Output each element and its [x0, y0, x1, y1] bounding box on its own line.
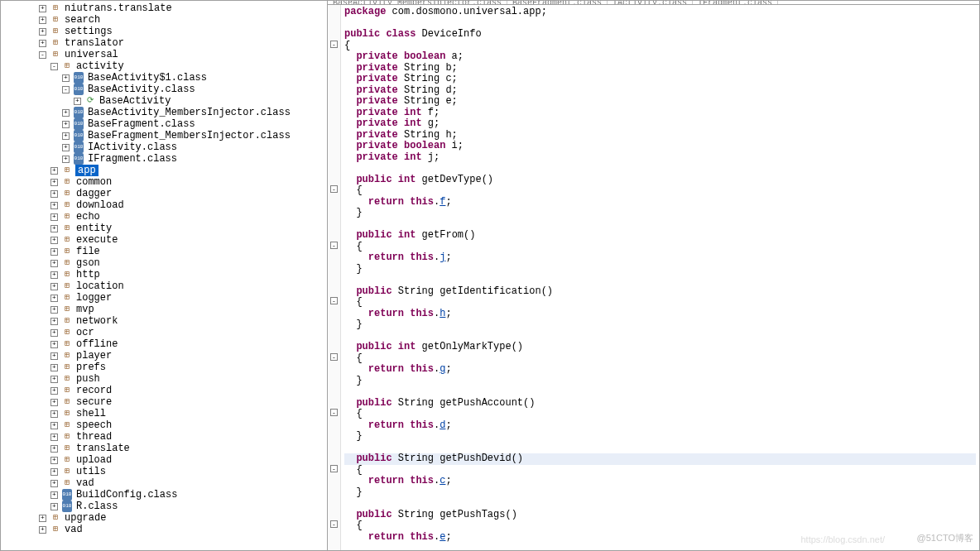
tree-expander-icon[interactable]: +: [50, 387, 58, 395]
tree-item-thread[interactable]: +thread: [1, 431, 327, 443]
tree-item-gson[interactable]: +gson: [1, 257, 327, 269]
tree-expander-icon[interactable]: +: [50, 318, 58, 325]
tree-expander-icon[interactable]: +: [50, 190, 58, 198]
tree-item-ocr[interactable]: +ocr: [1, 327, 327, 338]
tree-item-prefs[interactable]: +prefs: [1, 362, 327, 373]
tree-expander-icon[interactable]: +: [50, 167, 58, 175]
fold-gutter[interactable]: --------: [328, 5, 341, 550]
tree-item-offline[interactable]: +offline: [1, 338, 327, 350]
editor-body[interactable]: -------- package com.dosmono.universal.a…: [328, 5, 979, 550]
tree-item-basefragment-membersinjector-class[interactable]: +BaseFragment_MembersInjector.class: [1, 130, 327, 141]
tree-item-location[interactable]: +location: [1, 280, 327, 292]
tree-item-upload[interactable]: +upload: [1, 454, 327, 466]
editor-tab[interactable]: BaseActivity_MembersInjector.class: [328, 1, 507, 4]
tree-item-app[interactable]: +app: [1, 165, 327, 176]
tree-expander-icon[interactable]: +: [39, 5, 46, 12]
tree-item-network[interactable]: +network: [1, 315, 327, 327]
tree-expander-icon[interactable]: -: [39, 51, 46, 59]
tree-item-vad[interactable]: +vad: [1, 477, 327, 489]
tree-item-upgrade[interactable]: +upgrade: [1, 512, 327, 524]
tree-item-settings[interactable]: +settings: [1, 26, 327, 37]
tree-item-translate[interactable]: +translate: [1, 443, 327, 454]
tree-expander-icon[interactable]: +: [50, 364, 58, 371]
tree-expander-icon[interactable]: +: [50, 283, 58, 290]
source-code[interactable]: package com.dosmono.universal.app; publi…: [341, 5, 979, 550]
tree-item-basefragment-class[interactable]: +BaseFragment.class: [1, 118, 327, 130]
fold-toggle-icon[interactable]: -: [330, 353, 338, 361]
tree-expander-icon[interactable]: +: [50, 468, 58, 476]
tree-expander-icon[interactable]: +: [39, 40, 46, 47]
tree-expander-icon[interactable]: +: [62, 121, 70, 128]
tree-item-push[interactable]: +push: [1, 373, 327, 385]
tree-expander-icon[interactable]: +: [39, 515, 46, 522]
tree-item-vad[interactable]: +vad: [1, 524, 327, 535]
fold-toggle-icon[interactable]: -: [330, 185, 338, 193]
tree-expander-icon[interactable]: +: [50, 179, 58, 186]
fold-toggle-icon[interactable]: -: [330, 465, 338, 472]
tree-item-file[interactable]: +file: [1, 246, 327, 257]
fold-toggle-icon[interactable]: -: [330, 297, 338, 304]
tree-expander-icon[interactable]: +: [50, 248, 58, 256]
fold-toggle-icon[interactable]: -: [330, 242, 338, 249]
tree-item-download[interactable]: +download: [1, 199, 327, 211]
tree-item-http[interactable]: +http: [1, 269, 327, 280]
tree-item-logger[interactable]: +logger: [1, 292, 327, 304]
tree-expander-icon[interactable]: -: [50, 63, 58, 70]
fold-toggle-icon[interactable]: -: [330, 409, 338, 416]
tree-expander-icon[interactable]: +: [50, 352, 58, 360]
tree-item-mvp[interactable]: +mvp: [1, 304, 327, 315]
tree-item-utils[interactable]: +utils: [1, 466, 327, 477]
tree-item-secure[interactable]: +secure: [1, 396, 327, 408]
tree-expander-icon[interactable]: +: [62, 156, 70, 163]
tree-expander-icon[interactable]: +: [50, 237, 58, 244]
tree-item-speech[interactable]: +speech: [1, 419, 327, 431]
tree-item-baseactivity-1-class[interactable]: +BaseActivity$1.class: [1, 72, 327, 84]
editor-tab[interactable]: BaseFragment.class: [507, 1, 608, 4]
tree-item-echo[interactable]: +echo: [1, 211, 327, 223]
tree-expander-icon[interactable]: +: [50, 271, 58, 279]
tree-item-universal[interactable]: -universal: [1, 49, 327, 60]
tree-expander-icon[interactable]: +: [50, 445, 58, 453]
tree-item-search[interactable]: +search: [1, 14, 327, 26]
tree-expander-icon[interactable]: +: [50, 491, 58, 499]
editor-tab[interactable]: IFragment.class: [693, 1, 778, 4]
tree-item-baseactivity-membersinjector-class[interactable]: +BaseActivity_MembersInjector.class: [1, 107, 327, 118]
tree-expander-icon[interactable]: +: [50, 202, 58, 209]
tree-item-buildconfig-class[interactable]: +BuildConfig.class: [1, 489, 327, 501]
tree-item-dagger[interactable]: +dagger: [1, 188, 327, 199]
tree-expander-icon[interactable]: +: [50, 503, 58, 510]
tree-expander-icon[interactable]: +: [39, 526, 46, 534]
tree-item-shell[interactable]: +shell: [1, 408, 327, 419]
tree-item-baseactivity[interactable]: +BaseActivity: [1, 95, 327, 107]
tree-item-r-class[interactable]: +R.class: [1, 501, 327, 512]
tree-expander-icon[interactable]: -: [62, 86, 70, 93]
tree-expander-icon[interactable]: +: [50, 306, 58, 314]
tree-expander-icon[interactable]: +: [62, 132, 70, 140]
package-explorer[interactable]: +niutrans.translate+search+settings+tran…: [1, 1, 328, 550]
tree-expander-icon[interactable]: +: [39, 17, 46, 24]
tree-expander-icon[interactable]: +: [50, 295, 58, 302]
tree-expander-icon[interactable]: +: [50, 213, 58, 221]
tree-item-record[interactable]: +record: [1, 385, 327, 396]
tree-item-ifragment-class[interactable]: +IFragment.class: [1, 153, 327, 165]
tree-item-translator[interactable]: +translator: [1, 37, 327, 49]
tree-item-niutrans-translate[interactable]: +niutrans.translate: [1, 2, 327, 14]
tree-expander-icon[interactable]: +: [50, 329, 58, 337]
tree-expander-icon[interactable]: +: [50, 410, 58, 418]
tree-expander-icon[interactable]: +: [50, 341, 58, 348]
tree-expander-icon[interactable]: +: [50, 260, 58, 267]
tree-expander-icon[interactable]: +: [62, 74, 70, 82]
tree-expander-icon[interactable]: +: [50, 422, 58, 429]
tree-expander-icon[interactable]: +: [62, 109, 70, 117]
tree-item-baseactivity-class[interactable]: -BaseActivity.class: [1, 84, 327, 95]
tree-item-iactivity-class[interactable]: +IActivity.class: [1, 141, 327, 153]
tree-expander-icon[interactable]: +: [50, 225, 58, 232]
tree-item-entity[interactable]: +entity: [1, 223, 327, 234]
fold-toggle-icon[interactable]: -: [330, 41, 338, 48]
tree-item-execute[interactable]: +execute: [1, 234, 327, 246]
tree-expander-icon[interactable]: +: [62, 144, 70, 151]
tree-item-player[interactable]: +player: [1, 350, 327, 362]
editor-tab[interactable]: IActivity.class: [608, 1, 693, 4]
tree-item-activity[interactable]: -activity: [1, 60, 327, 72]
tree-expander-icon[interactable]: +: [39, 28, 46, 36]
